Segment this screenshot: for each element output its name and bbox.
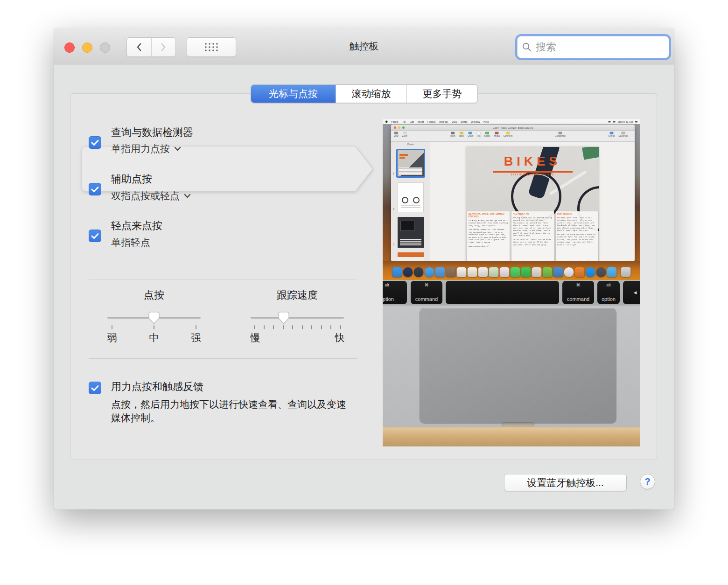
mini-toolbar-text: Text xyxy=(476,132,480,138)
mini-toolbar-media: Media xyxy=(494,132,499,138)
slider-tick xyxy=(154,325,154,329)
doc-column-1: BEAUTIFUL BIKES. CUSTOMIZED FOR YOU.At E… xyxy=(467,211,510,261)
doc-column-content: BEAUTIFUL BIKES. CUSTOMIZED FOR YOU.At E… xyxy=(467,211,510,251)
mini-menu-item: Insert xyxy=(417,120,424,123)
media-icon xyxy=(495,132,499,135)
mini-menu-item: Arrange xyxy=(439,120,448,123)
view-icon xyxy=(394,132,398,135)
mini-menubar-items: PagesFileEditInsertFormatArrangeViewShar… xyxy=(383,119,640,124)
doc-column-paragraph: We've been all about custom-made since D… xyxy=(513,238,553,246)
help-button[interactable]: ? xyxy=(640,474,655,489)
dock-icon-pages xyxy=(532,267,542,277)
dock-icon-facetime xyxy=(521,267,531,277)
dock-icon-finder xyxy=(392,267,402,277)
tab-scroll-and-zoom[interactable]: 滚动缩放 xyxy=(336,85,406,103)
doc-title: BIKES xyxy=(466,154,599,169)
page-thumbnail-2 xyxy=(398,182,424,212)
option-popup-lookup[interactable]: 单指用力点按 xyxy=(111,142,181,155)
set-up-bluetooth-trackpad-button[interactable]: 设置蓝牙触控板... xyxy=(504,474,627,491)
mini-toolbar-label: Table xyxy=(459,135,464,137)
tracking-slider-track[interactable] xyxy=(251,317,344,319)
doc-column-2: ALL ABOUT USHaving spent our childhood r… xyxy=(511,211,554,261)
mini-toolbar-label: Document xyxy=(618,135,628,137)
dock-icon-numbers xyxy=(543,267,553,277)
document-icon xyxy=(622,132,625,135)
mini-toolbar-collaborate: Collaborate xyxy=(555,132,566,138)
dock-icon-contacts xyxy=(446,267,456,277)
click-tick-label-medium: 中 xyxy=(149,331,159,344)
option-popup-lookup-label: 单指用力点按 xyxy=(111,142,170,155)
option-title-secondary-click: 辅助点按 xyxy=(111,173,152,186)
mini-pages-sidebar: Pages 1 2 3 xyxy=(391,142,430,261)
search-input[interactable] xyxy=(536,41,670,53)
option-popup-secondary-click[interactable]: 双指点按或轻点 xyxy=(111,189,191,202)
mini-window-body: Pages 1 2 3 xyxy=(391,142,635,261)
battery-icon xyxy=(613,121,616,123)
option-title-tap-to-click: 轻点来点按 xyxy=(111,219,162,232)
checkbox-secondary-click[interactable] xyxy=(89,183,101,195)
doc-column-heading: BEAUTIFUL BIKES. CUSTOMIZED FOR YOU. xyxy=(469,213,508,218)
slider-tick xyxy=(321,325,322,329)
checkbox-lookup-data-detectors[interactable] xyxy=(89,136,101,149)
slider-tick xyxy=(283,325,284,329)
mini-dock xyxy=(392,267,631,277)
tracking-slider-title: 跟踪速度 xyxy=(277,288,318,302)
zoom-icon xyxy=(403,132,406,135)
text-icon xyxy=(476,132,480,135)
mini-toolbar-label: Media xyxy=(494,135,499,137)
slider-tick xyxy=(311,325,312,329)
page-number: 2 xyxy=(393,208,394,210)
checkbox-force-click[interactable] xyxy=(89,382,101,394)
mini-toolbar: ViewZoom InsertTableChartTextShapeMediaC… xyxy=(391,131,635,142)
doc-column-paragraph: We want to help cyclists from all rides … xyxy=(557,233,597,246)
dock-icon-calendar xyxy=(457,267,467,277)
search-field[interactable] xyxy=(517,36,669,58)
chart-icon xyxy=(469,132,472,135)
mini-menu-item: Edit xyxy=(409,120,413,123)
dock-icon-messages xyxy=(511,267,520,277)
mini-menubar: PagesFileEditInsertFormatArrangeViewShar… xyxy=(383,119,640,124)
mini-toolbar-label: Chart xyxy=(468,135,473,137)
option-key-left: alt option xyxy=(383,281,407,304)
mini-menu-item: Window xyxy=(471,120,480,123)
dock-icon-itunes xyxy=(564,267,574,277)
checkbox-tap-to-click[interactable] xyxy=(89,230,101,242)
mini-toolbar-label: View xyxy=(394,135,399,137)
mini-toolbar-insert: Insert xyxy=(450,132,455,138)
apple-icon xyxy=(385,120,388,123)
preferences-window: 触控板 光标与点按 滚动缩放 更多手势 查询与数据检测器 单指用力点按 辅助点按… xyxy=(54,28,674,509)
tracking-slider-thumb[interactable] xyxy=(278,312,289,324)
dock-icon-app-store xyxy=(586,267,595,277)
click-slider-thumb[interactable] xyxy=(148,312,160,324)
spotlight-icon xyxy=(635,121,637,123)
spacebar-key xyxy=(446,281,559,304)
mini-document-area: BIKES EASY RIDES, SAN FRANCISCO BEAUTIFU… xyxy=(430,142,635,261)
left-arrow-icon: ◀ xyxy=(634,290,637,295)
click-slider-title: 点按 xyxy=(144,288,164,302)
command-key-left: ⌘ command xyxy=(411,281,442,304)
mini-menu-item: View xyxy=(452,120,457,123)
mini-toolbar-format: Format xyxy=(608,132,615,138)
slider-tick xyxy=(302,325,303,329)
mini-window-title: Easy Rides Custom Bikes.pages xyxy=(391,125,635,131)
option-title-lookup: 查询与数据检测器 xyxy=(111,126,193,139)
mini-menu-item: Format xyxy=(427,120,435,123)
mini-toolbar-label: Insert xyxy=(450,135,455,137)
slider-tick xyxy=(254,325,255,329)
mini-menu-item: Share xyxy=(461,120,468,123)
dock-icon-reminders xyxy=(478,267,488,277)
doc-subtitle: EASY RIDES, SAN FRANCISCO xyxy=(466,174,599,176)
collaborate-icon xyxy=(559,132,562,135)
slider-tick xyxy=(273,325,274,329)
trackpad xyxy=(420,308,616,423)
mini-menu-item: Help xyxy=(483,120,489,123)
slider-tick xyxy=(292,325,293,329)
tracking-tick-label-slow: 慢 xyxy=(251,331,260,344)
option-key-right: alt option xyxy=(597,281,620,304)
dock-icon-photos xyxy=(500,267,510,277)
tab-more-gestures[interactable]: 更多手势 xyxy=(406,85,477,103)
tab-point-and-click[interactable]: 光标与点按 xyxy=(251,85,336,103)
page-number: 1 xyxy=(393,172,394,175)
slider-tick xyxy=(112,325,112,329)
dock-icon-safari xyxy=(425,267,434,277)
